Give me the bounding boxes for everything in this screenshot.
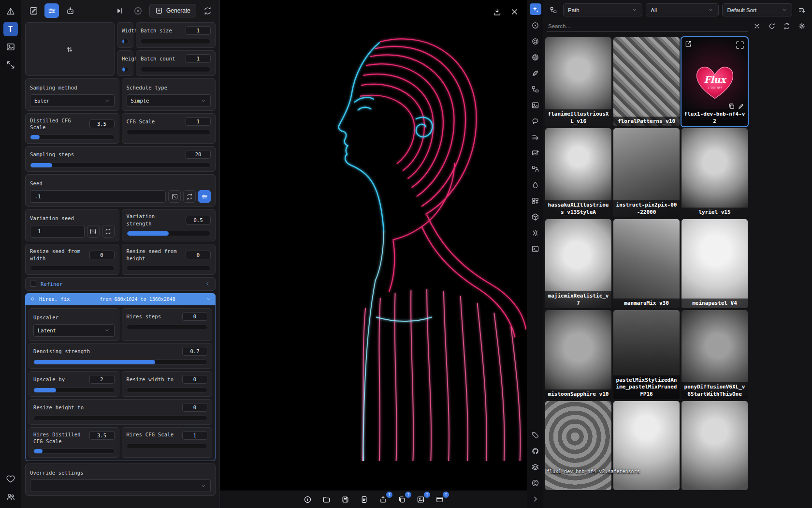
send-to-upscale-button[interactable]: ↑ [377,494,389,506]
refiner-expander[interactable]: Refiner [25,277,216,291]
variation-seed-input[interactable]: -1 [30,225,85,238]
randomize-seed-button[interactable] [168,190,181,203]
batch-count-value[interactable]: 1 [186,54,211,63]
refresh-models-button[interactable] [766,20,778,32]
upscale-by-slider[interactable] [33,388,115,393]
model-card-selected[interactable]: Flux 1 DEV NF4 flux1-dev-bnb-nf4-v2 [682,37,748,126]
metadata-button[interactable] [358,494,370,506]
reuse-variation-seed-button[interactable] [102,225,115,238]
height-slider[interactable] [122,67,129,72]
settings-scroll-area[interactable]: Width680 Batch size1 Height1024 Batch co… [21,21,219,508]
seed-options-button[interactable] [198,190,211,203]
hires-cfg-slider[interactable] [127,444,208,449]
model-card[interactable]: majicmixRealistic_v7 [545,219,611,308]
category-lora[interactable] [530,35,541,47]
send-to-canvas-button[interactable]: ↑ [434,494,445,506]
category-controlnet[interactable] [530,99,541,111]
category-hypernetwork[interactable] [530,83,541,95]
accounts-button[interactable] [3,490,18,504]
hires-fix-header[interactable]: Hires. fix from 680x1024 to 1360x2048 [25,293,216,305]
model-card[interactable]: pastelMixStylizedAnime_pastelMixPrunedFP… [613,310,680,399]
batch-count-slider[interactable] [141,67,211,72]
refiner-checkbox[interactable] [30,281,36,287]
variation-strength-value[interactable]: 0.5 [186,216,211,224]
generate-button[interactable]: Generate [149,4,196,17]
hires-steps-slider[interactable] [127,325,208,330]
sync-models-button[interactable] [781,20,793,32]
upscale-tab[interactable] [3,58,18,72]
model-card[interactable]: hassakuXLIllustrious_v13StyleA [545,128,611,217]
category-mask[interactable] [530,115,541,127]
layers-button[interactable] [530,461,541,473]
denoising-strength-value[interactable]: 0.7 [182,347,207,356]
category-adapter[interactable] [530,131,541,143]
extras-button[interactable] [63,3,77,18]
category-console[interactable] [530,243,541,254]
model-card[interactable]: ponyDiffusionV6XL_v6StartWithThisOne [682,310,748,399]
model-card[interactable]: floralPatterns_v10 [613,37,680,126]
text-to-image-tab[interactable]: T [3,22,18,36]
open-external-icon[interactable] [684,40,692,48]
hires-steps-value[interactable]: 0 [182,312,207,321]
filter-select[interactable]: All [646,3,719,16]
category-settings[interactable] [530,227,541,239]
app-logo-icon[interactable] [3,4,18,18]
batch-size-value[interactable]: 1 [186,26,211,35]
model-card[interactable] [682,401,748,490]
model-grid[interactable]: flanimeIllustriousXL_v16 floralPatterns_… [543,35,812,508]
skip-button[interactable] [113,3,127,18]
image-info-button[interactable] [302,494,313,506]
batch-size-slider[interactable] [141,39,211,44]
model-card[interactable]: meinapastel_V4 [682,219,748,308]
resize-seed-width-value[interactable]: 0 [89,251,115,259]
resize-height-slider[interactable] [33,416,207,421]
seed-input[interactable]: -1 [30,190,166,203]
category-merge[interactable] [530,163,541,175]
resize-seed-width-slider[interactable] [30,266,115,271]
image-tab[interactable] [3,40,18,54]
category-diffusers[interactable] [530,19,541,31]
cfg-slider[interactable] [127,130,211,135]
download-image-button[interactable] [490,5,504,18]
sampler-settings-button[interactable] [44,3,59,18]
generated-image[interactable] [220,0,527,461]
model-card[interactable] [613,401,680,490]
clear-search-button[interactable] [751,20,763,32]
reuse-seed-button[interactable] [183,190,196,203]
sampling-steps-value[interactable]: 20 [186,150,211,159]
github-button[interactable] [530,445,541,457]
favorites-button[interactable] [3,472,18,486]
upscale-by-value[interactable]: 2 [89,375,115,384]
category-checkpoints[interactable] [530,3,541,15]
model-card[interactable]: lyriel_v15 [682,128,748,217]
category-lycoris[interactable] [530,51,541,63]
prompt-editor-button[interactable] [26,3,41,18]
send-to-inpaint-button[interactable]: ↑ [415,494,426,506]
hires-distilled-cfg-value[interactable]: 3.5 [89,431,115,440]
denoising-strength-slider[interactable] [33,359,207,365]
hires-distilled-cfg-slider[interactable] [33,448,115,454]
copy-model-icon[interactable] [728,103,735,110]
model-card[interactable]: mistoonSapphire_v10 [545,310,611,399]
collapse-panel-button[interactable] [530,493,541,505]
category-upscalers[interactable] [530,147,541,159]
resize-width-value[interactable]: 0 [182,375,207,384]
category-packages[interactable] [530,211,541,223]
sort-select[interactable]: Default Sort [722,3,792,16]
search-input[interactable] [547,20,748,32]
model-card[interactable]: instruct-pix2pix-00-22000 [613,128,680,217]
resize-seed-height-slider[interactable] [127,266,211,271]
model-card[interactable]: manmaruMix_v30 [613,219,680,308]
resize-seed-height-value[interactable]: 0 [186,251,211,259]
cfg-value[interactable]: 1 [186,117,211,126]
width-slider[interactable] [122,39,129,44]
license-button[interactable] [530,477,541,489]
model-card[interactable]: flanimeIllustriousXL_v16 [545,37,611,126]
category-embeddings[interactable] [530,67,541,79]
browser-settings-button[interactable] [796,20,808,32]
sampling-method-select[interactable]: Euler [30,94,115,107]
close-viewer-button[interactable] [508,5,521,18]
save-image-button[interactable] [339,494,351,506]
sort-direction-button[interactable] [796,4,808,16]
distilled-cfg-value[interactable]: 3.5 [89,120,115,128]
